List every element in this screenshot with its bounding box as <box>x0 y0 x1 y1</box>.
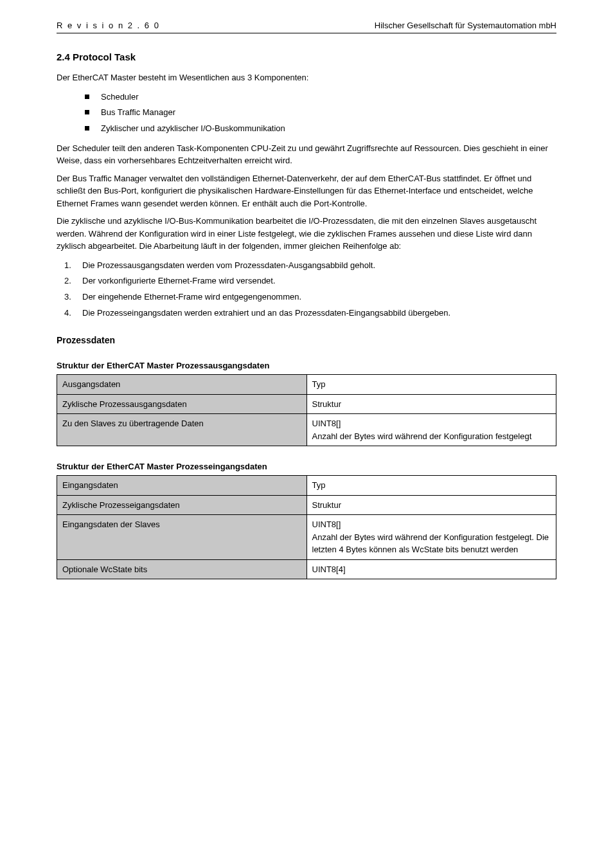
table-row: Optionale WcState bits UINT8[4] <box>57 559 556 579</box>
table-row: Eingangsdaten der Slaves UINT8[] Anzahl … <box>57 515 556 560</box>
table-row: Zyklische Prozesseigangsdaten Struktur <box>57 495 556 515</box>
cell-val: UINT8[4] <box>306 559 556 579</box>
cell-val: Typ <box>306 476 556 496</box>
cell-key: Eingangsdaten der Slaves <box>57 515 307 560</box>
cell-key: Zu den Slaves zu übertragende Daten <box>57 414 307 446</box>
cell-val: UINT8[] Anzahl der Bytes wird während de… <box>306 515 556 560</box>
steps-list: 1.Die Prozessausgangsdaten werden vom Pr… <box>64 258 556 321</box>
table-title: Struktur der EtherCAT Master Prozessausg… <box>57 361 556 370</box>
paragraph: Die zyklische und azyklische I/O-Bus-Kom… <box>57 215 556 253</box>
table-row: Zyklische Prozessausgangsdaten Struktur <box>57 394 556 414</box>
header-left: R e v i s i o n 2 . 6 0 <box>57 21 160 30</box>
cell-key: Ausgangsdaten <box>57 375 307 395</box>
list-item: 4.Die Prozesseingangsdaten werden extrah… <box>64 305 556 321</box>
cell-key: Zyklische Prozessausgangsdaten <box>57 394 307 414</box>
cell-val: Typ <box>306 375 556 395</box>
list-item: 2.Der vorkonfigurierte Ethernet-Frame wi… <box>64 273 556 289</box>
cell-val: Struktur <box>306 495 556 515</box>
table-row: Zu den Slaves zu übertragende Daten UINT… <box>57 414 556 446</box>
input-data-table: Eingangsdaten Typ Zyklische Prozesseigan… <box>57 475 556 579</box>
list-item: Scheduler <box>85 89 556 105</box>
cell-val: Struktur <box>306 394 556 414</box>
list-item: Bus Traffic Manager <box>85 105 556 121</box>
cell-val: UINT8[] Anzahl der Bytes wird während de… <box>306 414 556 446</box>
list-item: Zyklischer und azyklischer I/O-Buskommun… <box>85 121 556 137</box>
output-data-table: Ausgangsdaten Typ Zyklische Prozessausga… <box>57 374 556 446</box>
header-right: Hilscher Gesellschaft für Systemautomati… <box>375 21 556 30</box>
paragraph: Der Scheduler teilt den anderen Task-Kom… <box>57 142 556 167</box>
section-heading: 2.4 Protocol Task <box>57 51 556 62</box>
table-title: Struktur der EtherCAT Master Prozesseing… <box>57 462 556 471</box>
list-item: 3.Der eingehende Ethernet-Frame wird ent… <box>64 289 556 305</box>
paragraph: Der EtherCAT Master besteht im Wesentlic… <box>57 71 556 84</box>
table-row: Ausgangsdaten Typ <box>57 375 556 395</box>
paragraph: Der Bus Traffic Manager verwaltet den vo… <box>57 172 556 210</box>
list-item: 1.Die Prozessausgangsdaten werden vom Pr… <box>64 258 556 274</box>
subheading-prozessdaten: Prozessdaten <box>57 335 556 345</box>
cell-key: Zyklische Prozesseigangsdaten <box>57 495 307 515</box>
page-header: R e v i s i o n 2 . 6 0 Hilscher Gesells… <box>57 21 556 33</box>
cell-key: Eingangsdaten <box>57 476 307 496</box>
table-row: Eingangsdaten Typ <box>57 476 556 496</box>
component-list: Scheduler Bus Traffic Manager Zyklischer… <box>85 89 556 137</box>
cell-key: Optionale WcState bits <box>57 559 307 579</box>
